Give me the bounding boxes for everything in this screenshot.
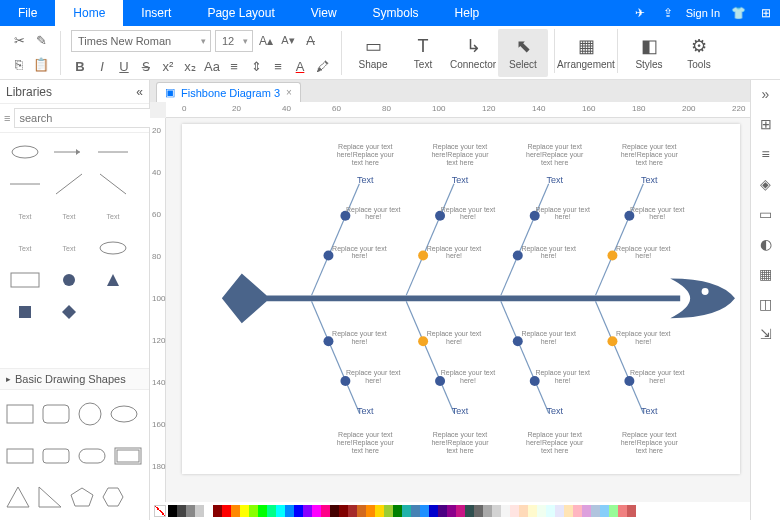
shape-diamond-solid[interactable] [50, 299, 88, 325]
color-swatch[interactable] [186, 505, 195, 517]
apps-icon[interactable]: ⊞ [756, 0, 776, 26]
export-icon[interactable]: ⇲ [756, 324, 776, 344]
bone-label[interactable]: Text [330, 175, 400, 185]
bone-sub-label[interactable]: Replace your text here! [424, 245, 484, 260]
search-input[interactable] [14, 108, 162, 128]
shape-rtriangle[interactable] [38, 486, 62, 508]
color-swatch[interactable] [447, 505, 456, 517]
bone-label[interactable]: Text [425, 175, 495, 185]
bone-head-label[interactable]: Replace your text here!Replace your text… [525, 431, 585, 454]
color-swatch[interactable] [555, 505, 564, 517]
stack-icon[interactable]: ◈ [756, 174, 776, 194]
send-icon[interactable]: ✈ [630, 0, 650, 26]
shape-textlabel3[interactable]: Text [94, 203, 132, 229]
color-swatch[interactable] [528, 505, 537, 517]
bone-sub-label[interactable]: Replace your text here! [627, 369, 687, 384]
menu-view[interactable]: View [293, 0, 355, 26]
color-swatch[interactable] [564, 505, 573, 517]
connector-button[interactable]: ↳Connector [448, 29, 498, 77]
bone-label[interactable]: Text [614, 406, 684, 416]
close-tab-icon[interactable]: × [286, 87, 292, 98]
color-swatch[interactable] [501, 505, 510, 517]
color-swatch[interactable] [213, 505, 222, 517]
menu-help[interactable]: Help [437, 0, 498, 26]
color-swatch[interactable] [582, 505, 591, 517]
bone-sub-label[interactable]: Replace your text here! [533, 206, 593, 221]
shape-rect[interactable] [6, 267, 44, 293]
shape-triangle-solid[interactable] [94, 267, 132, 293]
theme-icon[interactable]: ◐ [756, 234, 776, 254]
menu-home[interactable]: Home [55, 0, 123, 26]
color-swatch[interactable] [537, 505, 546, 517]
subscript-icon[interactable]: x₂ [181, 58, 199, 76]
grid-icon[interactable]: ⊞ [756, 114, 776, 134]
cut-icon[interactable]: ✂ [10, 32, 28, 50]
color-swatch[interactable] [204, 505, 213, 517]
sign-in[interactable]: Sign In [686, 0, 720, 26]
bone-head-label[interactable]: Replace your text here!Replace your text… [335, 431, 395, 454]
shape-textlabel[interactable]: Text [6, 203, 44, 229]
bone-sub-label[interactable]: Replace your text here! [424, 330, 484, 345]
shape-ellipse[interactable] [6, 139, 44, 165]
color-swatch[interactable] [438, 505, 447, 517]
color-swatch[interactable] [456, 505, 465, 517]
bone-sub-label[interactable]: Replace your text here! [343, 206, 403, 221]
shape-hexagon[interactable] [102, 487, 124, 507]
bone-head-label[interactable]: Replace your text here!Replace your text… [430, 431, 490, 454]
bone-sub-label[interactable]: Replace your text here! [533, 369, 593, 384]
shape-textlabel2[interactable]: Text [50, 203, 88, 229]
shape-doublerect[interactable] [114, 447, 142, 465]
color-swatch[interactable] [303, 505, 312, 517]
shape-button[interactable]: ▭Shape [348, 29, 398, 77]
shape-line[interactable] [94, 139, 132, 165]
color-swatch[interactable] [168, 505, 177, 517]
underline-icon[interactable]: U [115, 58, 133, 76]
bone-label[interactable]: Text [614, 175, 684, 185]
basic-shapes-section[interactable]: Basic Drawing Shapes [0, 368, 149, 390]
tshirt-icon[interactable]: 👕 [728, 0, 748, 26]
color-swatch[interactable] [195, 505, 204, 517]
bold-icon[interactable]: B [71, 58, 89, 76]
color-swatch[interactable] [546, 505, 555, 517]
bone-head-label[interactable]: Replace your text here!Replace your text… [525, 143, 585, 166]
fontsize-select[interactable]: 12 [215, 30, 253, 52]
color-swatch[interactable] [366, 505, 375, 517]
color-swatch[interactable] [573, 505, 582, 517]
color-swatch[interactable] [591, 505, 600, 517]
layers-icon[interactable]: ≡ [756, 144, 776, 164]
bone-sub-label[interactable]: Replace your text here! [627, 206, 687, 221]
shape-circle2[interactable] [78, 402, 102, 426]
arrangement-button[interactable]: ▦Arrangement [561, 29, 611, 77]
color-swatch[interactable] [285, 505, 294, 517]
shape-triangle[interactable] [6, 486, 30, 508]
bone-label[interactable]: Text [425, 406, 495, 416]
text-button[interactable]: TText [398, 29, 448, 77]
copy-icon[interactable]: ⎘ [10, 56, 28, 74]
collapse-right-icon[interactable]: » [756, 84, 776, 104]
highlight-icon[interactable]: 🖍 [313, 58, 331, 76]
bone-sub-label[interactable]: Replace your text here! [613, 330, 673, 345]
bone-sub-label[interactable]: Replace your text here! [438, 369, 498, 384]
tools-button[interactable]: ⚙Tools [674, 29, 724, 77]
case-icon[interactable]: Aa [203, 58, 221, 76]
italic-icon[interactable]: I [93, 58, 111, 76]
bone-label[interactable]: Text [330, 406, 400, 416]
color-swatch[interactable] [321, 505, 330, 517]
styles-button[interactable]: ◧Styles [624, 29, 674, 77]
chart-icon[interactable]: ◫ [756, 294, 776, 314]
shape-oval[interactable] [94, 235, 132, 261]
superscript-icon[interactable]: x² [159, 58, 177, 76]
menu-icon[interactable]: ≡ [4, 112, 10, 124]
bone-sub-label[interactable]: Replace your text here! [329, 330, 389, 345]
decrease-font-icon[interactable]: A▾ [279, 32, 297, 50]
menu-insert[interactable]: Insert [123, 0, 189, 26]
color-swatch[interactable] [492, 505, 501, 517]
color-swatch[interactable] [177, 505, 186, 517]
color-swatch[interactable] [375, 505, 384, 517]
shape-diag2[interactable] [94, 171, 132, 197]
strike-icon[interactable]: S̶ [137, 58, 155, 76]
color-swatch[interactable] [519, 505, 528, 517]
bone-head-label[interactable]: Replace your text here!Replace your text… [335, 143, 395, 166]
align-icon[interactable]: ≡ [269, 58, 287, 76]
menu-symbols[interactable]: Symbols [355, 0, 437, 26]
